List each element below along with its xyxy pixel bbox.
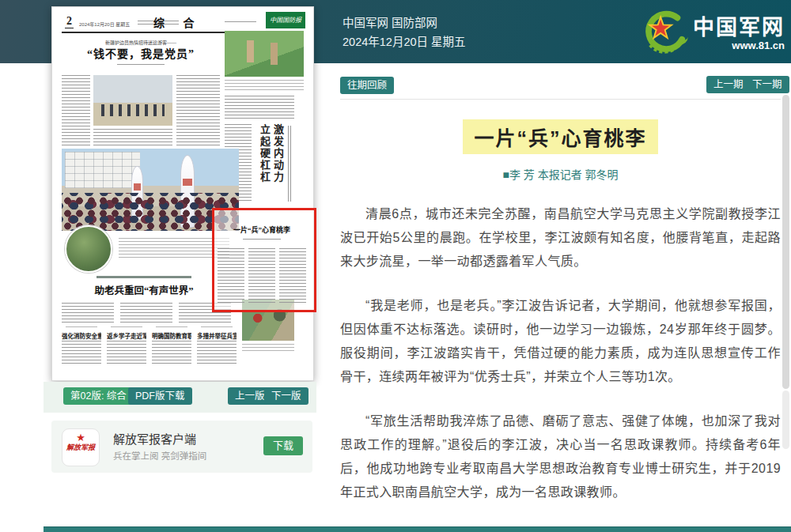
footer-bar xyxy=(44,526,791,532)
school-building xyxy=(65,152,140,188)
article-byline: ■李 芳 本报记者 郭冬明 xyxy=(340,166,781,182)
app-subtitle: 兵在掌上阅 亮剑弹指间 xyxy=(113,449,206,462)
logo-title: 中国军网 xyxy=(693,16,785,40)
text-placeholder xyxy=(279,248,306,304)
mini-headline: 强化消防安全意识 xyxy=(62,331,101,340)
paper-section-title: 综 合 xyxy=(153,14,202,30)
highlighted-article-box[interactable]: 一片“兵”心育桃李 xyxy=(212,208,316,312)
article-paragraph: “军旅生活帮助我淬炼了品德、磨砺了意志、强健了体魄，也加深了我对思政工作的理解。… xyxy=(340,409,781,504)
logo-text: 中国军网 www.81.cn xyxy=(693,16,785,51)
prev-issue-button[interactable]: 上一期 xyxy=(706,76,751,93)
edition-toolbar: 第02版: 综合 PDF版下载 上一版 下一版 xyxy=(44,382,316,413)
pdf-download-button[interactable]: PDF版下载 xyxy=(128,387,192,405)
next-page-button[interactable]: 下一版 xyxy=(264,387,308,405)
mini-kicker-placeholder xyxy=(66,326,97,330)
app-promo-card: ★ 解放军报 解放军报客户端 兵在掌上阅 亮剑弹指间 下载 xyxy=(51,421,312,473)
article-paragraph: “我是老师，也是老兵。”李江波告诉记者，大学期间，他就想参军报国，但因体重不达标… xyxy=(340,294,781,389)
byline-placeholder xyxy=(243,239,281,241)
site-header-text: 中国军网 国防部网 2024年12月20日 星期五 xyxy=(343,13,466,51)
app-download-button[interactable]: 下载 xyxy=(263,436,303,455)
photo-figures xyxy=(101,104,165,116)
article-title: 一片“兵”心育桃李 xyxy=(340,119,781,154)
app-title: 解放军报客户端 xyxy=(113,430,196,447)
logo-star-icon xyxy=(639,9,688,58)
article-content: 一片“兵”心育桃李 ■李 芳 本报记者 郭冬明 清晨6点，城市还未完全苏醒，南昌… xyxy=(340,107,781,532)
caption-placeholder xyxy=(242,344,294,353)
vertical-kicker-placeholder xyxy=(288,126,291,202)
text-placeholder xyxy=(62,303,114,323)
text-placeholder xyxy=(248,248,275,304)
mini-kicker-placeholder xyxy=(111,326,142,330)
patrol-line-photo xyxy=(93,75,172,126)
page: 中国军网 国防部网 2024年12月20日 星期五 中国军网 www.81.cn… xyxy=(0,0,791,532)
text-placeholder xyxy=(152,341,191,366)
app-icon: ★ 解放军报 xyxy=(62,428,100,466)
mini-headline: 多措并举征兵宣传 xyxy=(197,331,237,340)
paper-page-number: 2 xyxy=(65,15,74,28)
logo-url: www.81.cn xyxy=(693,40,785,51)
text-placeholder xyxy=(225,96,294,119)
mini-kicker-placeholder xyxy=(201,326,233,330)
circle-inset-photo xyxy=(65,225,112,273)
site-links[interactable]: 中国军网 国防部网 xyxy=(343,13,466,32)
paper-date: 2024年12月20日 星期五 xyxy=(79,21,130,28)
photo-figures xyxy=(247,40,254,62)
text-placeholder xyxy=(197,341,237,366)
text-placeholder xyxy=(107,341,146,366)
text-placeholder xyxy=(176,75,220,146)
app-icon-text: 解放军报 xyxy=(62,443,99,452)
vertical-headline: 立起硬杠杠 激发内动力 xyxy=(258,124,271,206)
soldiers-photo xyxy=(225,31,304,77)
star-icon: ★ xyxy=(62,432,99,443)
past-issues-button[interactable]: 往期回顾 xyxy=(340,77,394,94)
text-placeholder xyxy=(120,303,172,323)
text-placeholder xyxy=(218,248,244,304)
site-date: 2024年12月20日 星期五 xyxy=(343,32,466,51)
mini-headline: 明确国防教育职责 xyxy=(152,331,191,340)
edition-label-button[interactable]: 第02版: 综合 xyxy=(63,387,134,405)
text-placeholder xyxy=(62,75,90,146)
story2-headline: 助老兵重回“有声世界” xyxy=(62,282,226,297)
highlighted-article-title: 一片“兵”心育桃李 xyxy=(214,224,309,235)
scrollbar-track[interactable] xyxy=(782,391,789,449)
paper-issue-no-placeholder xyxy=(225,21,256,25)
caption-placeholder xyxy=(225,80,304,91)
newspaper-page-preview[interactable]: 2 2024年12月20日 星期五 综 合 中国国防报 新疆护边员热情招待迷途游… xyxy=(51,6,314,381)
mini-kicker-placeholder xyxy=(156,326,187,330)
story2-kicker-placeholder xyxy=(97,276,191,278)
lead-article-headline: “钱不要，我是党员” xyxy=(62,45,220,61)
divider xyxy=(340,99,781,100)
text-placeholder xyxy=(93,129,172,146)
next-issue-button[interactable]: 下一期 xyxy=(745,76,789,93)
site-logo[interactable]: 中国军网 www.81.cn xyxy=(639,9,785,58)
scrollbar-thumb[interactable] xyxy=(782,95,789,389)
article-paragraph: 清晨6点，城市还未完全苏醒，南昌航空大学马克思主义学院副教授李江波已开始5公里的… xyxy=(340,202,781,274)
paper-masthead: 中国国防报 xyxy=(266,12,305,28)
lead-article-byline-placeholder xyxy=(117,64,165,66)
mini-headline: 返乡学子走近军营 xyxy=(107,331,146,340)
text-placeholder xyxy=(62,341,101,366)
